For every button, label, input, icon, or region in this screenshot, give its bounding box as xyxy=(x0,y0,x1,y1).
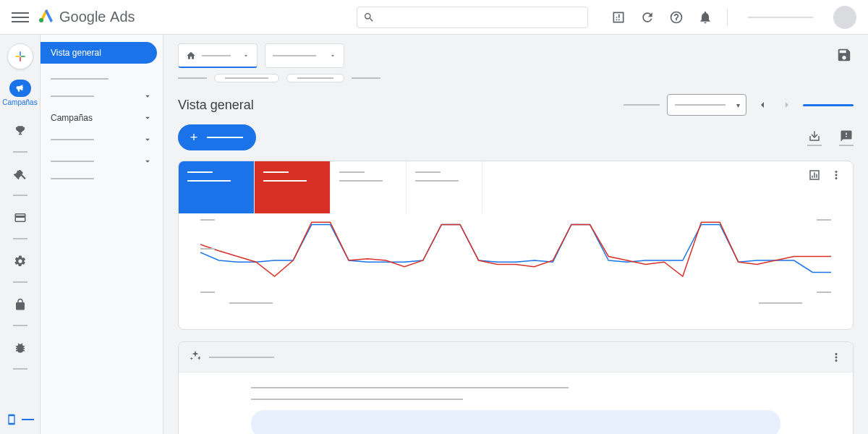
performance-chart xyxy=(179,213,853,329)
sidebar-item-campaigns[interactable]: Campañas xyxy=(41,107,163,129)
metric-tab-1[interactable] xyxy=(179,161,255,213)
search-icon xyxy=(363,12,375,23)
date-range-picker[interactable] xyxy=(667,94,746,116)
megaphone-icon xyxy=(14,82,26,94)
main-content: Vista general + xyxy=(163,35,868,434)
insight-text-1 xyxy=(251,387,569,388)
metric-tab-4[interactable] xyxy=(407,161,482,213)
product-name: Google Ads xyxy=(59,9,135,25)
help-icon[interactable] xyxy=(669,10,684,25)
feedback-icon xyxy=(840,129,853,142)
lock-icon xyxy=(14,298,27,311)
header-actions xyxy=(611,6,856,29)
performance-card xyxy=(178,161,854,330)
rail-item-bug[interactable] xyxy=(6,333,35,362)
header-divider xyxy=(727,9,728,26)
date-prev-button[interactable] xyxy=(754,96,771,114)
filter-chip-2[interactable] xyxy=(286,74,344,82)
account-scope-chip[interactable] xyxy=(178,43,258,68)
rail-item-settings[interactable] xyxy=(6,247,35,276)
bug-icon xyxy=(14,341,27,354)
rail-item-billing[interactable] xyxy=(6,203,35,232)
gear-icon xyxy=(14,255,27,268)
filter-chip-1[interactable] xyxy=(214,74,279,82)
sidebar-item-5[interactable] xyxy=(41,150,163,172)
sidebar-item-overview[interactable]: Vista general xyxy=(41,42,157,64)
reports-icon[interactable] xyxy=(611,10,626,25)
compare-toggle[interactable] xyxy=(803,104,854,106)
rail-bottom-link[interactable] xyxy=(0,414,40,425)
home-icon xyxy=(186,51,196,61)
save-icon xyxy=(836,47,852,63)
feedback-button[interactable] xyxy=(839,129,854,146)
notifications-icon[interactable] xyxy=(698,10,712,25)
account-name[interactable] xyxy=(748,17,813,18)
sidebar-item-2[interactable] xyxy=(41,85,163,107)
plus-icon xyxy=(13,49,27,64)
save-view-button[interactable] xyxy=(836,47,854,64)
menu-icon[interactable] xyxy=(12,9,29,26)
refresh-icon[interactable] xyxy=(640,10,655,25)
nav-sidebar: Vista general Campañas xyxy=(41,35,163,434)
product-logo[interactable]: Google Ads xyxy=(38,7,135,27)
insight-card xyxy=(178,341,854,434)
trophy-icon xyxy=(14,124,27,137)
chevron-right-icon xyxy=(781,99,793,111)
sparkle-icon xyxy=(189,349,202,365)
insight-suggestion-pill[interactable] xyxy=(251,410,780,434)
metric-tab-3[interactable] xyxy=(331,161,407,213)
more-icon[interactable] xyxy=(830,351,843,364)
create-button[interactable] xyxy=(7,43,33,69)
page-title: Vista general xyxy=(178,98,254,113)
chevron-down-icon xyxy=(329,52,336,59)
download-button[interactable] xyxy=(807,129,822,146)
tools-icon xyxy=(14,168,27,181)
more-icon[interactable] xyxy=(830,169,843,182)
insight-text-2 xyxy=(251,399,463,400)
device-icon xyxy=(6,414,17,425)
rail-label-campaigns: Campañas xyxy=(2,98,37,106)
plus-icon: + xyxy=(187,130,201,145)
rail-item-goals[interactable] xyxy=(6,116,35,145)
date-next-button[interactable] xyxy=(778,96,796,114)
new-campaign-button[interactable]: + xyxy=(178,124,256,150)
rail-item-security[interactable] xyxy=(6,290,35,319)
rail-item-tools[interactable] xyxy=(6,160,35,189)
chevron-down-icon xyxy=(142,135,153,145)
download-icon xyxy=(808,129,821,142)
chevron-left-icon xyxy=(757,99,768,111)
chevron-down-icon xyxy=(142,91,153,101)
metric-tab-2[interactable] xyxy=(255,161,331,213)
sidebar-item-1[interactable] xyxy=(41,72,163,85)
filter-row xyxy=(178,74,854,82)
ads-logo-icon xyxy=(38,7,55,27)
card-icon xyxy=(14,211,27,224)
chevron-down-icon xyxy=(242,52,250,59)
sidebar-item-4[interactable] xyxy=(41,129,163,150)
rail-item-campaigns[interactable]: Campañas xyxy=(0,74,40,109)
svg-point-0 xyxy=(39,18,43,22)
sidebar-item-6[interactable] xyxy=(41,172,163,185)
chevron-down-icon xyxy=(142,113,153,123)
campaign-scope-chip[interactable] xyxy=(265,43,344,68)
chevron-down-icon xyxy=(142,156,153,166)
icon-rail: Campañas xyxy=(0,35,41,434)
user-avatar[interactable] xyxy=(833,6,856,29)
search-input[interactable] xyxy=(357,7,588,28)
app-header: Google Ads xyxy=(0,0,868,35)
chart-settings-icon[interactable] xyxy=(808,169,821,182)
